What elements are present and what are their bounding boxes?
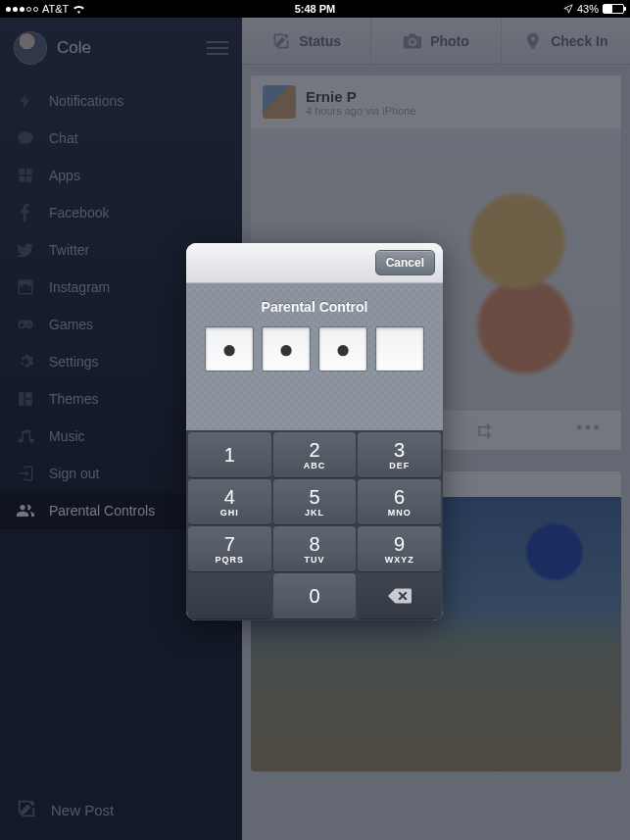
pin-digit-4 <box>375 326 424 371</box>
backspace-icon <box>388 588 412 604</box>
carrier-label: AT&T <box>42 3 69 15</box>
key-blank <box>188 573 271 618</box>
status-bar: AT&T 5:48 PM 43% <box>0 0 630 18</box>
key-9[interactable]: 9WXYZ <box>358 526 441 571</box>
signal-strength-icon <box>6 7 38 12</box>
parental-control-modal: Cancel Parental Control ● ● ● 1 2ABC 3DE… <box>186 243 443 620</box>
location-icon <box>563 4 573 14</box>
cancel-button[interactable]: Cancel <box>375 250 435 275</box>
key-2[interactable]: 2ABC <box>273 432 357 477</box>
key-4[interactable]: 4GHI <box>188 479 271 524</box>
pin-digit-2: ● <box>262 326 311 371</box>
numeric-keypad: 1 2ABC 3DEF 4GHI 5JKL 6MNO 7PQRS 8TUV 9W… <box>186 430 443 620</box>
wifi-icon <box>73 4 85 14</box>
clock: 5:48 PM <box>295 3 336 15</box>
key-6[interactable]: 6MNO <box>358 479 441 524</box>
battery-percent: 43% <box>577 3 599 15</box>
key-backspace[interactable] <box>358 573 441 618</box>
key-8[interactable]: 8TUV <box>273 526 357 571</box>
pin-digit-3: ● <box>318 326 367 371</box>
key-3[interactable]: 3DEF <box>358 432 441 477</box>
key-0[interactable]: 0 <box>273 573 357 618</box>
battery-icon <box>603 4 624 14</box>
key-1[interactable]: 1 <box>188 432 271 477</box>
modal-title: Parental Control <box>196 299 433 315</box>
key-5[interactable]: 5JKL <box>273 479 357 524</box>
pin-digit-1: ● <box>205 326 254 371</box>
key-7[interactable]: 7PQRS <box>188 526 271 571</box>
